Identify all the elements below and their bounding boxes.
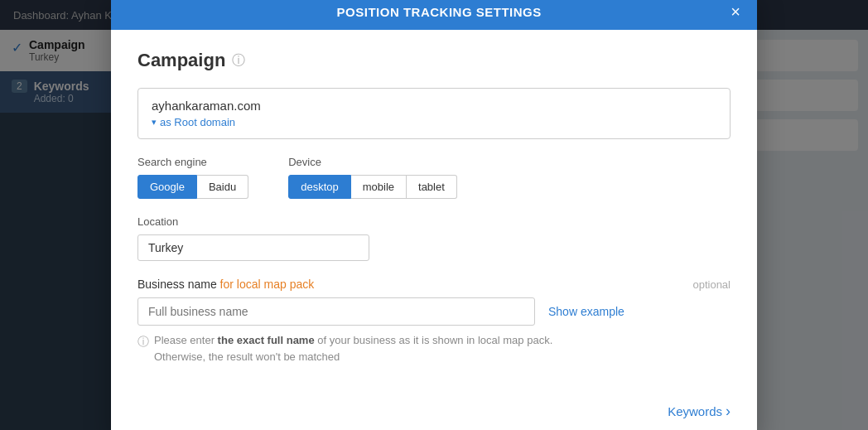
search-engine-baidu-button[interactable]: Baidu xyxy=(197,175,248,199)
device-mobile-button[interactable]: mobile xyxy=(351,175,407,199)
keywords-next-button[interactable]: Keywords › xyxy=(668,403,731,420)
modal-body: Campaign ⓘ ayhankaraman.com ▾ as Root do… xyxy=(111,30,757,394)
help-text-line2: Otherwise, the result won't be matched xyxy=(154,350,340,363)
device-desktop-button[interactable]: desktop xyxy=(288,175,351,199)
search-engine-btn-group: Google Baidu xyxy=(137,175,248,199)
business-name-input-row: Show example xyxy=(137,297,731,326)
modal-footer: Keywords › xyxy=(111,394,757,430)
business-name-text: Business name xyxy=(137,278,217,291)
domain-name: ayhankaraman.com xyxy=(152,99,716,113)
location-label: Location xyxy=(137,215,731,228)
search-engine-label: Search engine xyxy=(137,156,248,168)
device-label: Device xyxy=(288,156,457,168)
help-text-prefix: Please enter xyxy=(154,334,218,346)
keywords-next-label: Keywords xyxy=(668,404,722,418)
search-engine-google-button[interactable]: Google xyxy=(137,175,197,199)
modal-overlay: POSITION TRACKING SETTINGS × Campaign ⓘ … xyxy=(0,0,868,430)
device-group: Device desktop mobile tablet xyxy=(288,156,457,199)
location-group: Location xyxy=(137,215,731,261)
campaign-section-title: Campaign xyxy=(137,50,225,71)
info-icon[interactable]: ⓘ xyxy=(232,52,245,70)
search-engine-group: Search engine Google Baidu xyxy=(137,156,248,199)
business-name-group: Business name for local map pack optiona… xyxy=(137,278,731,365)
help-text: ⓘ Please enter the exact full name of yo… xyxy=(137,332,731,365)
business-name-label: Business name for local map pack xyxy=(137,278,314,291)
device-tablet-button[interactable]: tablet xyxy=(407,175,457,199)
settings-row: Search engine Google Baidu Device deskto… xyxy=(137,156,731,199)
local-map-text: for local map pack xyxy=(220,278,315,291)
arrow-right-icon: › xyxy=(726,403,731,420)
modal: POSITION TRACKING SETTINGS × Campaign ⓘ … xyxy=(111,0,757,430)
location-input[interactable] xyxy=(137,234,369,261)
help-text-content: Please enter the exact full name of your… xyxy=(154,332,552,365)
domain-type-label: as Root domain xyxy=(160,116,235,128)
campaign-title-row: Campaign ⓘ xyxy=(137,50,731,71)
business-name-input[interactable] xyxy=(137,297,535,326)
help-text-bold: the exact full name xyxy=(218,334,315,346)
info-circle-icon: ⓘ xyxy=(137,333,149,350)
domain-type-selector[interactable]: ▾ as Root domain xyxy=(152,116,716,128)
device-btn-group: desktop mobile tablet xyxy=(288,175,457,199)
show-example-button[interactable]: Show example xyxy=(548,305,624,318)
modal-close-button[interactable]: × xyxy=(731,3,740,20)
optional-label: optional xyxy=(692,278,731,291)
business-name-label-row: Business name for local map pack optiona… xyxy=(137,278,731,291)
modal-title: POSITION TRACKING SETTINGS xyxy=(147,5,731,19)
chevron-down-icon: ▾ xyxy=(152,117,157,128)
help-text-suffix: of your business as it is shown in local… xyxy=(315,334,553,346)
modal-header: POSITION TRACKING SETTINGS × xyxy=(111,0,757,30)
domain-box: ayhankaraman.com ▾ as Root domain xyxy=(137,88,731,139)
